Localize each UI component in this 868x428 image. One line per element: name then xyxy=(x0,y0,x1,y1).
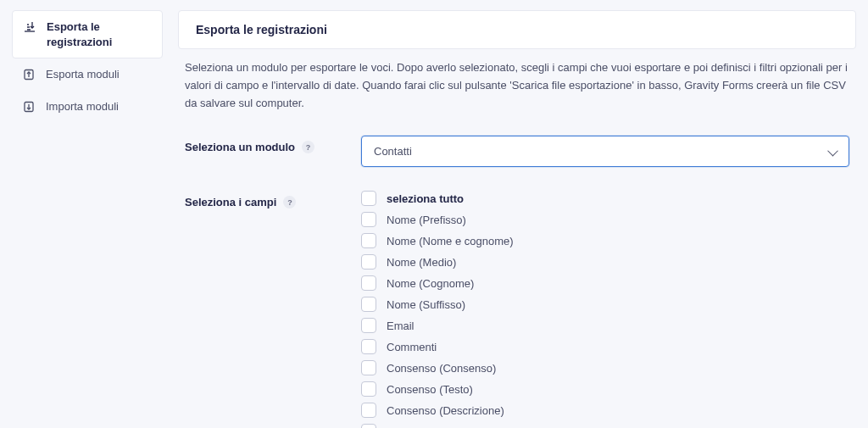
field-row[interactable]: Nome (Medio) xyxy=(361,254,849,270)
nav-import-forms[interactable]: Importa moduli xyxy=(12,91,163,123)
field-row[interactable]: Motivo della richiesta xyxy=(361,424,849,428)
field-label: Nome (Cognome) xyxy=(387,277,474,290)
field-row[interactable]: Consenso (Testo) xyxy=(361,381,849,397)
import-forms-icon xyxy=(22,100,36,114)
export-entries-icon xyxy=(23,20,36,34)
nav-label: Esporta moduli xyxy=(46,67,120,82)
checkbox[interactable] xyxy=(361,233,376,248)
field-label: Nome (Suffisso) xyxy=(387,298,465,311)
checkbox[interactable] xyxy=(361,297,376,312)
field-label: Nome (Nome e cognome) xyxy=(387,235,514,247)
sidebar: Esporta le registrazioni Esporta moduli … xyxy=(12,10,163,428)
help-icon[interactable]: ? xyxy=(283,196,296,208)
row-select-fields: Seleziona i campi ? seleziona tuttoNome … xyxy=(178,191,856,428)
checkbox[interactable] xyxy=(361,254,376,270)
field-label: Consenso (Testo) xyxy=(387,383,473,396)
checkbox[interactable] xyxy=(361,339,376,354)
field-row[interactable]: Nome (Suffisso) xyxy=(361,297,849,312)
row-select-module: Seleziona un modulo ? Contatti xyxy=(178,136,856,167)
field-row[interactable]: Nome (Cognome) xyxy=(361,275,849,291)
field-label: Consenso (Descrizione) xyxy=(387,404,504,417)
nav-export-entries[interactable]: Esporta le registrazioni xyxy=(12,10,163,58)
checkbox[interactable] xyxy=(361,424,376,428)
module-select[interactable]: Contatti xyxy=(361,136,849,167)
help-icon[interactable]: ? xyxy=(302,141,314,153)
checkbox[interactable] xyxy=(361,191,376,206)
page-title: Esporta le registrazioni xyxy=(179,11,855,48)
checkbox[interactable] xyxy=(361,318,376,333)
field-row[interactable]: Nome (Prefisso) xyxy=(361,212,849,227)
checkbox[interactable] xyxy=(361,381,376,397)
select-all-label: seleziona tutto xyxy=(387,192,464,205)
checkbox[interactable] xyxy=(361,275,376,291)
nav-label: Esporta le registrazioni xyxy=(47,19,152,49)
select-module-label: Seleziona un modulo xyxy=(185,141,295,153)
select-fields-label: Seleziona i campi xyxy=(185,196,276,208)
page-header-card: Esporta le registrazioni xyxy=(178,10,856,49)
fields-checklist: seleziona tuttoNome (Prefisso)Nome (Nome… xyxy=(361,191,849,428)
checkbox[interactable] xyxy=(361,403,376,418)
select-all-row[interactable]: seleziona tutto xyxy=(361,191,849,206)
nav-export-forms[interactable]: Esporta moduli xyxy=(12,58,163,91)
field-row[interactable]: Email xyxy=(361,318,849,333)
module-select-value[interactable]: Contatti xyxy=(361,136,849,167)
checkbox[interactable] xyxy=(361,212,376,227)
field-label: Consenso (Consenso) xyxy=(387,362,496,375)
field-label: Nome (Prefisso) xyxy=(387,214,466,226)
field-row[interactable]: Commenti xyxy=(361,339,849,354)
field-row[interactable]: Nome (Nome e cognome) xyxy=(361,233,849,248)
field-row[interactable]: Consenso (Descrizione) xyxy=(361,403,849,418)
export-forms-icon xyxy=(22,68,36,81)
checkbox[interactable] xyxy=(361,360,376,375)
nav-label: Importa moduli xyxy=(46,99,119,114)
field-label: Nome (Medio) xyxy=(387,256,456,269)
field-label: Commenti xyxy=(387,341,437,353)
field-row[interactable]: Consenso (Consenso) xyxy=(361,360,849,375)
page-description: Seleziona un modulo per esportare le voc… xyxy=(178,49,856,112)
main-content: Esporta le registrazioni Seleziona un mo… xyxy=(178,10,856,428)
field-label: Email xyxy=(387,320,415,332)
